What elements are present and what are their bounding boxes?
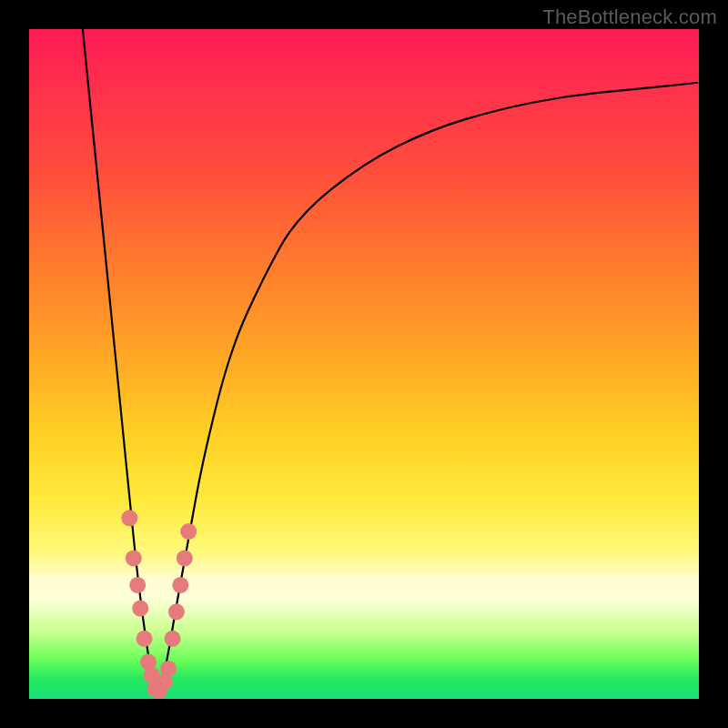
watermark-text: TheBottleneck.com [542, 5, 717, 29]
data-marker [136, 631, 153, 647]
data-marker [172, 577, 188, 593]
data-marker [160, 661, 177, 677]
data-marker [126, 550, 142, 566]
chart-frame: TheBottleneck.com [0, 0, 728, 728]
plot-area [29, 29, 699, 699]
data-marker [168, 603, 185, 620]
data-marker [165, 631, 181, 647]
data-marker [121, 510, 137, 526]
curve-layer [29, 29, 699, 699]
data-marker [132, 601, 148, 617]
data-marker [180, 523, 197, 540]
data-marker [129, 577, 146, 593]
data-marker [177, 550, 193, 566]
